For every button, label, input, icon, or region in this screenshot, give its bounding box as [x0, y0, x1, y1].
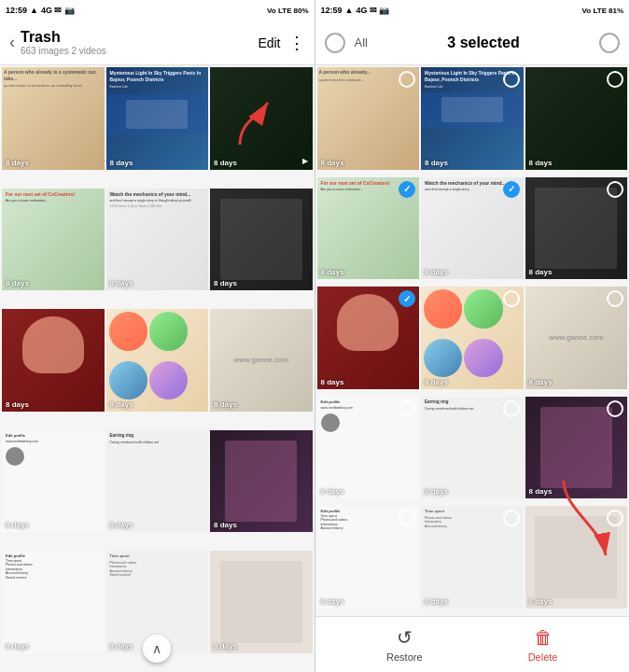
signal-right: ▲ [345, 6, 354, 15]
right-panel: 12:59 ▲ 4G ✉ 📷 Vo LTE 81% All 3 selected… [315, 0, 631, 672]
icons-left: 4G ✉ 📷 [41, 6, 75, 15]
grid-item[interactable]: 8 days [210, 189, 313, 291]
status-bar-left: 12:59 ▲ 4G ✉ 📷 Vo LTE 80% [0, 0, 315, 21]
grid-item[interactable]: 8 days [525, 397, 628, 499]
select-circle[interactable] [503, 400, 520, 417]
edit-button[interactable]: Edit [258, 35, 280, 50]
grid-item[interactable]: 8 days [210, 430, 313, 533]
item-label: 8 days [321, 268, 344, 276]
icons-right: 4G ✉ 📷 [356, 6, 389, 15]
item-label: 8 days [529, 378, 553, 386]
grid-item[interactable]: 8 days [421, 287, 524, 389]
grid-item[interactable]: 8 days [106, 309, 209, 412]
status-bar-right: 12:59 ▲ 4G ✉ 📷 Vo LTE 81% [315, 0, 630, 21]
photo-grid-right: A person who already... quoted meant to … [315, 65, 630, 616]
grid-container-left: A person who already is a systematic can… [0, 65, 315, 672]
select-circle[interactable] [503, 71, 520, 88]
item-label: 8 days [321, 159, 344, 167]
item-label: 8 days [321, 487, 344, 496]
grid-item[interactable]: ▶ 8 days [210, 67, 313, 170]
item-label: 8 days [529, 597, 553, 606]
header-circle-right[interactable] [599, 33, 620, 53]
battery-left: 80% [293, 7, 308, 15]
select-circle[interactable] [399, 71, 415, 88]
grid-item[interactable]: A person who already... quoted meant to … [317, 67, 420, 170]
grid-item[interactable]: Earring ring Caring mentioned with chiks… [106, 430, 209, 533]
delete-label: Delete [528, 651, 558, 663]
trash-title: Trash [21, 29, 258, 46]
grid-item[interactable]: www.ganoe.com 8 days [210, 309, 313, 412]
bottom-bar: ↺ Restore 🗑 Delete [315, 616, 630, 672]
grid-item[interactable]: Edit profile www.meditatehoy.com 8 days [2, 430, 105, 533]
select-circle[interactable] [503, 510, 520, 526]
delete-button[interactable]: 🗑 Delete [528, 627, 558, 663]
grid-item[interactable]: For our next set of CoCreators! Are you … [317, 177, 420, 280]
grid-item[interactable]: Earring ring Caring mentioned with chiks… [421, 397, 524, 499]
grid-item[interactable]: 8 days [210, 551, 313, 653]
item-label: 8 days [425, 159, 448, 167]
scroll-up-button[interactable]: ∧ [143, 635, 171, 663]
time-left: 12:59 [6, 6, 27, 15]
photo-grid-left: A person who already is a systematic can… [0, 65, 315, 672]
grid-item[interactable]: Edit profile Time spent Photos and video… [2, 551, 105, 653]
select-circle[interactable] [607, 71, 623, 88]
grid-item[interactable]: 8 days [525, 67, 628, 170]
delete-icon: 🗑 [534, 627, 553, 649]
grid-item[interactable]: Watch the mechanics of your mind... and … [106, 189, 209, 291]
grid-item[interactable]: Mysterious Light In Sky Triggers Panic I… [106, 67, 209, 170]
restore-label: Restore [386, 651, 423, 663]
item-label: 8 days [6, 400, 29, 409]
selection-count-title: 3 selected [377, 35, 590, 51]
item-label: 8 days [425, 597, 448, 606]
grid-item[interactable]: 8 days [525, 177, 628, 280]
selection-header: All 3 selected [315, 21, 630, 65]
grid-item[interactable]: 8 days [2, 309, 105, 412]
select-circle[interactable] [607, 181, 623, 198]
battery-right: 81% [609, 7, 623, 15]
select-circle-selected[interactable] [503, 181, 520, 198]
grid-item[interactable]: Edit profile Time spent Photos and video… [317, 506, 420, 609]
item-label: 8 days [321, 597, 344, 606]
item-label: 8 days [110, 642, 133, 651]
grid-item[interactable]: www.ganoe.com 8 days [525, 287, 628, 389]
status-left: 12:59 ▲ 4G ✉ 📷 [6, 6, 75, 15]
item-label: 8 days [321, 378, 344, 386]
grid-item[interactable]: Watch the mechanics of your mind... and … [421, 177, 524, 280]
grid-item[interactable]: 8 days [317, 287, 420, 389]
item-label: 8 days [110, 279, 133, 287]
item-label: 8 days [529, 268, 553, 276]
grid-item[interactable]: For our next set of CoCreators! Are you … [2, 189, 105, 291]
header-actions-left: Edit ⋮ [258, 33, 304, 53]
restore-button[interactable]: ↺ Restore [386, 626, 423, 663]
wifi-right: Vo LTE [582, 7, 607, 15]
grid-item[interactable]: Time spent Photos and videos Interaction… [421, 506, 524, 609]
back-button[interactable]: ‹ [9, 33, 15, 52]
item-label: 8 days [425, 487, 448, 496]
item-label: 8 days [214, 400, 237, 409]
item-label: 8 days [110, 159, 133, 167]
time-right: 12:59 [321, 6, 343, 15]
item-label: 8 days [214, 279, 237, 287]
select-circle[interactable] [607, 400, 623, 417]
trash-subtitle: 663 images 2 videos [21, 46, 258, 56]
grid-item[interactable]: Edit profile www.meditatehoy.com 8 days [317, 397, 420, 499]
restore-icon: ↺ [397, 626, 413, 649]
more-button[interactable]: ⋮ [288, 33, 305, 53]
header-left: ‹ Trash 663 images 2 videos Edit ⋮ [0, 21, 315, 65]
item-label: 8 days [6, 642, 29, 651]
item-label: 8 days [214, 521, 237, 529]
select-circle-selected[interactable] [399, 181, 415, 198]
grid-item[interactable]: 8 days [525, 506, 628, 609]
all-select-circle[interactable] [325, 33, 345, 53]
all-button[interactable]: All [355, 35, 368, 49]
item-label: 8 days [214, 642, 237, 651]
select-circle[interactable] [503, 290, 520, 307]
select-circle[interactable] [399, 400, 415, 417]
item-label: 8 days [6, 159, 29, 167]
header-title-left: Trash 663 images 2 videos [21, 29, 258, 56]
wifi-left: Vo LTE [267, 7, 291, 15]
item-label: 8 days [425, 378, 448, 386]
grid-item[interactable]: Mysterious Light In Sky Triggers Panic I… [421, 67, 524, 170]
item-label: 8 days [214, 159, 237, 167]
grid-item[interactable]: A person who already is a systematic can… [2, 67, 105, 170]
